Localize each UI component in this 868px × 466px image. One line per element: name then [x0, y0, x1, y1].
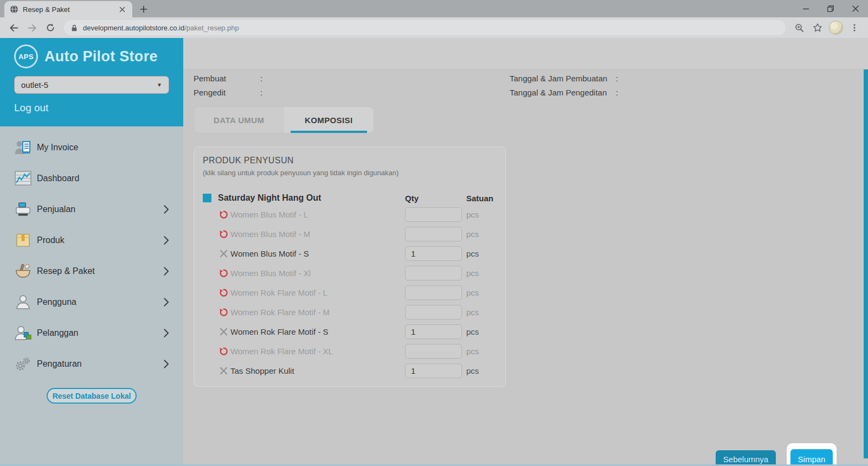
remove-x-icon[interactable] — [219, 327, 230, 336]
tanggal-pembuatan-label: Tanggal & Jam Pembuatan — [510, 74, 616, 84]
save-highlight: Simpan — [787, 443, 837, 464]
undo-icon[interactable] — [219, 210, 230, 219]
sidebar-item-label: Dashboard — [37, 174, 79, 183]
undo-icon[interactable] — [219, 229, 230, 239]
sidebar-item-produk[interactable]: Produk — [0, 225, 183, 256]
remove-x-icon[interactable] — [219, 366, 230, 375]
qty-cell — [405, 305, 466, 320]
chevron-right-icon — [163, 205, 169, 214]
remove-x-icon[interactable] — [219, 249, 230, 258]
tab-data-umum[interactable]: DATA UMUM — [194, 107, 284, 133]
window-restore-button[interactable] — [818, 0, 843, 17]
product-name: Women Rok Flare Motif - L — [230, 288, 405, 297]
content-header-band — [183, 38, 868, 69]
qty-input[interactable] — [405, 305, 462, 320]
sidebar-item-resep-paket[interactable]: Resep & Paket — [0, 256, 183, 286]
sidebar-item-label: Pelanggan — [37, 328, 79, 338]
browser-tab[interactable]: Resep & Paket — [4, 1, 132, 17]
pengedit-label: Pengedit — [194, 88, 260, 98]
group-name: Saturday Night Hang Out — [218, 193, 405, 203]
product-row: Women Blus Motif - Lpcs — [203, 207, 497, 222]
meta-right: Tanggal & Jam Pembuatan : Tanggal & Jam … — [510, 74, 623, 98]
chevron-right-icon — [163, 297, 169, 307]
qty-input[interactable] — [405, 266, 462, 280]
unit-label: pcs — [466, 308, 497, 317]
logout-link[interactable]: Log out — [14, 102, 169, 114]
qty-input[interactable] — [405, 207, 462, 222]
window-minimize-button[interactable] — [793, 0, 818, 17]
window-controls — [793, 0, 868, 17]
browser-toolbar: development.autopilotstore.co.id/paket_r… — [0, 17, 868, 38]
komposisi-panel: PRODUK PENYUSUN (klik silang untuk produ… — [194, 146, 506, 387]
dashboard-icon — [14, 170, 34, 186]
product-rows: Women Blus Motif - LpcsWomen Blus Motif … — [203, 207, 497, 379]
pembuat-label: Pembuat — [194, 74, 260, 84]
window-close-button[interactable] — [843, 0, 868, 17]
browser-menu-icon[interactable] — [846, 20, 863, 36]
qty-input[interactable] — [405, 344, 462, 359]
url-domain: development.autopilotstore.co.id — [83, 24, 184, 32]
sidebar-item-dashboard[interactable]: Dashboard — [0, 163, 183, 194]
page-scrollbar[interactable] — [864, 69, 868, 458]
url-bar[interactable]: development.autopilotstore.co.id/paket_r… — [64, 20, 786, 35]
unit-label: pcs — [466, 288, 497, 297]
qty-input[interactable] — [405, 363, 462, 378]
tanggal-pembuatan-row: Tanggal & Jam Pembuatan : — [510, 74, 623, 84]
back-icon[interactable] — [5, 20, 22, 36]
sidebar-item-label: Produk — [37, 235, 65, 245]
qty-input[interactable] — [405, 227, 462, 241]
tab-komposisi[interactable]: KOMPOSISI — [284, 107, 374, 133]
tanggal-pengeditan-row: Tanggal & Jam Pengeditan : — [510, 88, 623, 98]
qty-input[interactable] — [405, 285, 462, 300]
meta-left: Pembuat : Pengedit : — [194, 74, 510, 98]
qty-input[interactable] — [405, 246, 462, 261]
bookmark-star-icon[interactable] — [809, 20, 826, 36]
select-arrow-icon: ▼ — [157, 82, 162, 88]
chevron-right-icon — [163, 266, 169, 276]
qty-cell — [405, 227, 466, 241]
sidebar-item-my-invoice[interactable]: My Invoice — [0, 132, 183, 163]
qty-cell — [405, 285, 466, 300]
product-row: Women Rok Flare Motif - Mpcs — [203, 304, 497, 320]
sidebar-item-pengaturan[interactable]: Pengaturan — [0, 348, 183, 379]
product-row: Women Blus Motif - Mpcs — [203, 226, 497, 242]
undo-icon[interactable] — [219, 269, 230, 278]
qty-cell — [405, 324, 466, 339]
sidebar: APS Auto Pilot Store outlet-5 ▼ Log out … — [0, 38, 183, 464]
colon: : — [616, 74, 623, 84]
product-name: Women Blus Motif - Xl — [230, 269, 405, 278]
qty-input[interactable] — [405, 324, 462, 339]
mortar-icon — [14, 263, 34, 279]
product-row: Women Rok Flare Motif - Spcs — [203, 324, 497, 340]
sidebar-item-label: Penjualan — [37, 205, 75, 214]
outlet-select-value: outlet-5 — [21, 80, 48, 90]
qty-column-header: Qty — [405, 194, 466, 203]
product-row: Tas Shopper Kulitpcs — [203, 363, 497, 379]
customers-icon — [14, 325, 34, 341]
zoom-search-icon[interactable] — [791, 20, 807, 36]
unit-label: pcs — [466, 366, 497, 375]
pengedit-row: Pengedit : — [194, 88, 510, 98]
group-square-icon — [203, 194, 211, 202]
previous-button[interactable]: Sebelumnya — [716, 450, 776, 464]
outlet-select[interactable]: outlet-5 ▼ — [14, 76, 169, 94]
sidebar-item-pengguna[interactable]: Pengguna — [0, 286, 183, 317]
panel-subtitle: (klik silang untuk produk penyusun yang … — [203, 169, 497, 177]
sidebar-item-penjualan[interactable]: Penjualan — [0, 194, 183, 225]
sidebar-header: APS Auto Pilot Store outlet-5 ▼ Log out — [0, 38, 183, 126]
forward-icon[interactable] — [24, 20, 40, 36]
reset-database-button[interactable]: Reset Database Lokal — [47, 388, 137, 404]
reload-icon[interactable] — [42, 20, 59, 36]
undo-icon[interactable] — [219, 347, 230, 356]
save-button[interactable]: Simpan — [790, 449, 833, 465]
register-icon — [14, 201, 34, 217]
sidebar-item-label: Resep & Paket — [37, 266, 95, 276]
profile-avatar[interactable] — [829, 21, 843, 35]
tab-close-icon[interactable] — [117, 4, 127, 14]
undo-icon[interactable] — [219, 308, 230, 317]
sidebar-item-pelanggan[interactable]: Pelanggan — [0, 317, 183, 348]
new-tab-button[interactable] — [136, 1, 152, 17]
unit-label: pcs — [466, 269, 497, 278]
undo-icon[interactable] — [219, 288, 230, 297]
product-row: Women Rok Flare Motif - XLpcs — [203, 343, 497, 359]
